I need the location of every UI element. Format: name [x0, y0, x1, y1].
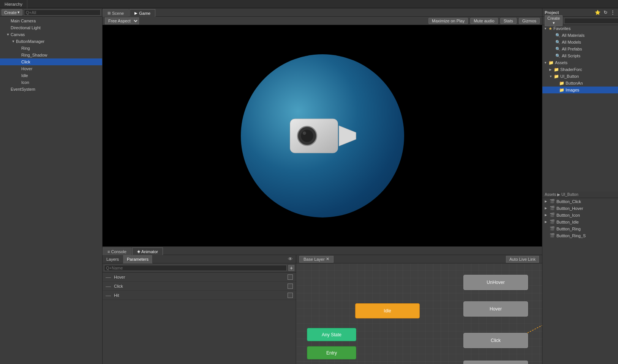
- file-buttton-idle[interactable]: ▶ 🎬 Buttton_Idle: [542, 219, 618, 225]
- proj-favorites-header[interactable]: ▼ ★ Favorites: [542, 25, 618, 32]
- param-click-label: Click: [114, 284, 123, 288]
- assets-folder-icon: 📁: [548, 60, 554, 65]
- create-button[interactable]: Create ▾: [2, 9, 22, 16]
- proj-fav-all-models[interactable]: 🔍 All Models: [542, 39, 618, 46]
- hierarchy-tree: Main Camera Directional Light ▼ Canvas ▼…: [0, 17, 102, 364]
- maximize-on-play-button[interactable]: Maximize on Play: [428, 18, 468, 24]
- animator-sidebar: Layers Parameters 👁 + — Hover: [103, 255, 296, 364]
- project-icon-btn-1[interactable]: ⭐: [594, 10, 601, 15]
- auto-live-label: Auto Live Link: [509, 257, 536, 262]
- game-tab[interactable]: ▶ Game: [130, 9, 155, 17]
- base-layer-tab[interactable]: Base Layer ✕: [299, 256, 333, 263]
- hierarchy-tab[interactable]: Hierarchy: [0, 0, 27, 8]
- proj-fav-all-prefabs[interactable]: 🔍 All Prefabs: [542, 46, 618, 52]
- project-search-input[interactable]: [564, 18, 618, 24]
- param-hover-checkbox[interactable]: [288, 274, 293, 280]
- bottom-area: ≡ Console ◈ Animator Layers: [103, 246, 542, 364]
- state-node-release[interactable]: Release: [463, 361, 528, 364]
- project-panel-title: Project: [545, 10, 559, 15]
- animator-search-input[interactable]: [104, 265, 287, 271]
- animator-panel: Layers Parameters 👁 + — Hover: [103, 255, 542, 364]
- param-item-hit[interactable]: — Hit: [103, 291, 296, 300]
- console-tab-icon: ≡: [107, 249, 110, 254]
- proj-button-animator[interactable]: 📁 ButtonAn: [542, 80, 618, 87]
- animator-tab[interactable]: ◈ Animator: [132, 247, 163, 255]
- animator-sidebar-tabs: Layers Parameters 👁: [103, 255, 296, 263]
- proj-images[interactable]: 📁 Images: [542, 87, 618, 93]
- param-item-hover[interactable]: — Hover: [103, 273, 296, 282]
- eye-button[interactable]: 👁: [285, 255, 296, 263]
- create-label: Create: [4, 10, 17, 15]
- animator-tab-icon: ◈: [137, 249, 140, 254]
- proj-assets-header[interactable]: ▼ 📁 Assets: [542, 59, 618, 66]
- state-node-unhover[interactable]: UnHover: [463, 275, 528, 290]
- tree-item-button-manager[interactable]: ▼ ButtonManager: [0, 38, 102, 45]
- svg-point-4: [302, 131, 306, 135]
- tree-item-canvas[interactable]: ▼ Canvas: [0, 31, 102, 38]
- stats-button[interactable]: Stats: [500, 18, 517, 24]
- project-create-button[interactable]: Create ▾: [545, 15, 563, 26]
- scene-tab[interactable]: ⊞ Scene: [103, 9, 129, 17]
- proj-ui-button[interactable]: ▼ 📁 UI_Button: [542, 73, 618, 80]
- camera-icon: [288, 111, 357, 161]
- mute-audio-button[interactable]: Mute audio: [470, 18, 498, 24]
- tree-item-click[interactable]: Click: [0, 58, 102, 65]
- file-buttton-hover[interactable]: ▶ 🎬 Buttton_Hover: [542, 205, 618, 212]
- hierarchy-panel: Create ▾ Main Camera Directional Light ▼…: [0, 8, 103, 364]
- file-buttton-ring[interactable]: 🎬 Buttton_Ring: [542, 225, 618, 232]
- param-hover-label: Hover: [114, 275, 125, 279]
- animator-graph[interactable]: Base Layer ✕ Auto Live Link: [296, 255, 542, 364]
- project-tree: ▼ ★ Favorites 🔍 All Materials 🔍 All Mode…: [542, 25, 618, 191]
- layers-sub-tab[interactable]: Layers: [103, 255, 123, 263]
- proj-shader-forge[interactable]: ▶ 📁 ShaderForc: [542, 66, 618, 73]
- tree-item-idle[interactable]: Idle: [0, 72, 102, 79]
- scene-tab-icon: ⊞: [107, 11, 111, 15]
- main-layout: Create ▾ Main Camera Directional Light ▼…: [0, 8, 618, 364]
- param-hit-label: Hit: [114, 293, 119, 298]
- proj-fav-all-materials[interactable]: 🔍 All Materials: [542, 32, 618, 39]
- file-buttton-icon[interactable]: ▶ 🎬 Buttton_Icon: [542, 212, 618, 219]
- graph-toolbar: Base Layer ✕ Auto Live Link: [296, 255, 542, 263]
- breadcrumb-text: Assets: [545, 192, 556, 197]
- svg-point-3: [301, 129, 313, 142]
- project-files: ▶ 🎬 Buttton_Click ▶ 🎬 Buttton_Hover ▶ 🎬 …: [542, 198, 618, 364]
- tree-item-directional-light[interactable]: Directional Light: [0, 24, 102, 31]
- parameters-sub-tab[interactable]: Parameters: [123, 255, 153, 263]
- console-tab[interactable]: ≡ Console: [103, 247, 131, 255]
- project-icon-btn-2[interactable]: ↻: [603, 10, 608, 15]
- bottom-tabs: ≡ Console ◈ Animator: [103, 247, 542, 255]
- state-node-click[interactable]: Click: [463, 333, 528, 348]
- project-breadcrumb: Assets ▶ UI_Button: [542, 191, 618, 198]
- file-buttton-click[interactable]: ▶ 🎬 Buttton_Click: [542, 198, 618, 205]
- game-viewport: [103, 25, 542, 246]
- auto-live-link-button[interactable]: Auto Live Link: [506, 256, 539, 263]
- state-node-any-state[interactable]: Any State: [307, 328, 356, 341]
- game-tab-icon: ▶: [134, 11, 138, 15]
- tree-item-ring-shadow[interactable]: Ring_Shadow: [0, 52, 102, 58]
- param-hit-checkbox[interactable]: [288, 293, 293, 298]
- center-area: ⊞ Scene ▶ Game Free Aspect Maximize on P…: [103, 8, 542, 364]
- state-node-idle[interactable]: Idle: [355, 303, 420, 318]
- state-node-entry[interactable]: Entry: [307, 346, 356, 359]
- base-layer-label: Base Layer: [303, 257, 325, 262]
- scene-game-tabs: ⊞ Scene ▶ Game: [103, 8, 542, 17]
- gizmos-button[interactable]: Gizmos: [519, 18, 540, 24]
- aspect-select[interactable]: Free Aspect: [105, 17, 139, 24]
- console-tab-label: Console: [111, 249, 126, 254]
- file-buttton-ring-s[interactable]: 🎬 Buttton_Ring_S: [542, 232, 618, 239]
- project-icon-btn-3[interactable]: ⋮: [610, 10, 616, 15]
- tree-item-icon[interactable]: Icon: [0, 79, 102, 86]
- svg-marker-1: [339, 126, 356, 146]
- hierarchy-search-input[interactable]: [24, 9, 101, 16]
- tree-item-hover[interactable]: Hover: [0, 65, 102, 72]
- tree-item-main-camera[interactable]: Main Camera: [0, 17, 102, 24]
- param-click-checkbox[interactable]: [288, 284, 293, 289]
- project-toolbar: Create ▾: [542, 17, 618, 25]
- param-item-click[interactable]: — Click: [103, 282, 296, 291]
- proj-fav-all-scripts[interactable]: 🔍 All Scripts: [542, 52, 618, 59]
- game-tab-label: Game: [139, 11, 150, 16]
- add-parameter-button[interactable]: +: [288, 265, 294, 271]
- state-node-hover[interactable]: Hover: [463, 301, 528, 317]
- tree-item-ring[interactable]: Ring: [0, 45, 102, 52]
- tree-item-event-system[interactable]: EventSystem: [0, 86, 102, 93]
